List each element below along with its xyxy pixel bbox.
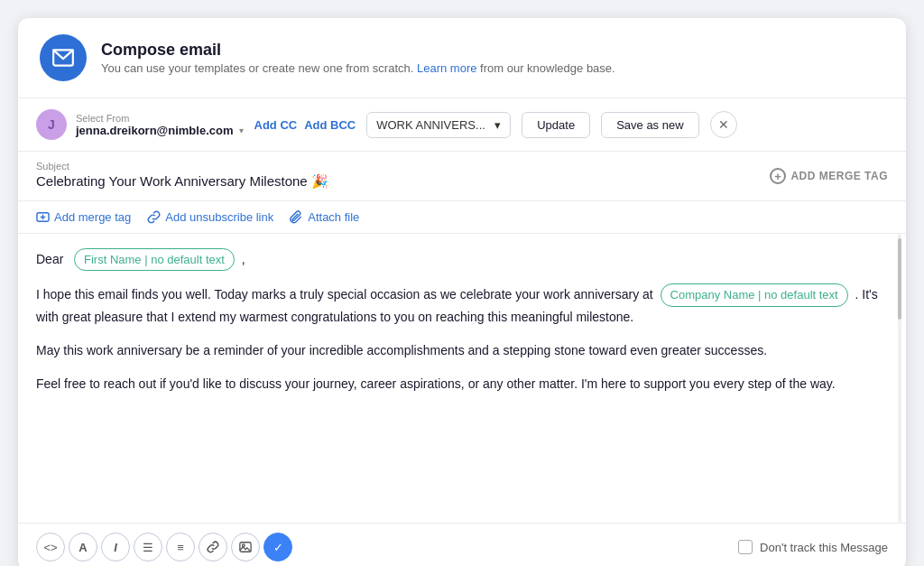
add-cc-link[interactable]: Add CC xyxy=(254,118,298,132)
scrollbar-track xyxy=(898,234,901,523)
image-tool-button[interactable] xyxy=(231,533,260,561)
toolbar-row: J Select From jenna.dreikorn@nimble.com … xyxy=(18,98,906,152)
first-name-tag[interactable]: First Name | no default text xyxy=(74,248,235,271)
add-merge-tag-link[interactable]: Add merge tag xyxy=(36,210,131,224)
save-as-new-button[interactable]: Save as new xyxy=(601,112,698,138)
sender-email-row: jenna.dreikorn@nimble.com ▾ xyxy=(76,124,244,137)
action-links-row: Add merge tag Add unsubscribe link Attac… xyxy=(18,201,906,234)
add-bcc-link[interactable]: Add BCC xyxy=(304,118,356,132)
company-name-tag[interactable]: Company Name | no default text xyxy=(661,283,848,306)
subject-row: Subject Celebrating Your Work Anniversar… xyxy=(18,152,906,201)
font-icon: A xyxy=(79,541,87,554)
email-body[interactable]: Dear First Name | no default text , I ho… xyxy=(18,234,906,523)
dont-track-checkbox[interactable] xyxy=(738,540,753,554)
link-tool-button[interactable] xyxy=(199,533,227,561)
link-tool-icon xyxy=(207,541,219,553)
add-unsubscribe-link[interactable]: Add unsubscribe link xyxy=(147,210,273,224)
greeting-line: Dear First Name | no default text , xyxy=(36,248,888,271)
template-dropdown[interactable]: WORK ANNIVERS... ▾ xyxy=(366,112,511,138)
merge-tag-icon xyxy=(36,210,50,224)
subject-value[interactable]: Celebrating Your Work Anniversary Milest… xyxy=(36,173,888,190)
modal-header: Compose email You can use your templates… xyxy=(18,18,906,98)
sender-email: jenna.dreikorn@nimble.com xyxy=(76,124,234,137)
svg-point-3 xyxy=(243,544,245,547)
page-title: Compose email xyxy=(101,41,615,60)
scrollbar-thumb xyxy=(898,238,901,320)
sender-label: Select From xyxy=(76,113,244,124)
email-icon xyxy=(40,34,87,81)
check-tool-button[interactable]: ✓ xyxy=(263,533,292,561)
compose-email-modal: Compose email You can use your templates… xyxy=(18,18,906,566)
add-merge-tag-button[interactable]: + ADD MERGE TAG xyxy=(770,168,888,184)
sender-info: Select From jenna.dreikorn@nimble.com ▾ xyxy=(76,113,244,137)
learn-more-link[interactable]: Learn more xyxy=(417,61,476,75)
image-tool-icon xyxy=(239,541,252,553)
dont-track-section[interactable]: Don't track this Message xyxy=(738,540,888,554)
sender-dropdown-arrow[interactable]: ▾ xyxy=(239,125,244,135)
font-tool-button[interactable]: A xyxy=(69,533,97,561)
code-icon: <> xyxy=(43,541,57,554)
sender-section: J Select From jenna.dreikorn@nimble.com … xyxy=(36,109,244,140)
scrollbar[interactable] xyxy=(897,234,902,523)
template-dropdown-arrow: ▾ xyxy=(494,118,501,132)
attach-icon xyxy=(290,210,303,224)
template-name: WORK ANNIVERS... xyxy=(376,118,487,132)
attach-file-link[interactable]: Attach file xyxy=(290,210,359,224)
link-icon xyxy=(147,210,161,224)
check-icon: ✓ xyxy=(273,541,283,554)
close-button[interactable]: ✕ xyxy=(710,111,737,138)
body-paragraph-1: I hope this email finds you well. Today … xyxy=(36,283,888,328)
add-merge-tag-label: ADD MERGE TAG xyxy=(790,170,888,182)
body-paragraph-2: May this work anniversary be a reminder … xyxy=(36,340,888,361)
dont-track-label: Don't track this Message xyxy=(760,541,888,554)
greeting-text: Dear xyxy=(36,252,63,266)
header-subtitle: You can use your templates or create new… xyxy=(101,61,615,75)
circle-plus-icon: + xyxy=(770,168,786,184)
align-tool-button[interactable]: ☰ xyxy=(134,533,162,561)
subject-label: Subject xyxy=(36,161,888,172)
code-tool-button[interactable]: <> xyxy=(36,533,65,561)
italic-icon: I xyxy=(114,541,117,554)
close-icon: ✕ xyxy=(718,117,729,132)
align-icon: ☰ xyxy=(143,541,153,554)
bottom-toolbar: <> A I ☰ ≡ ✓ xyxy=(18,523,906,566)
italic-tool-button[interactable]: I xyxy=(101,533,130,561)
list-icon: ≡ xyxy=(177,541,184,554)
list-tool-button[interactable]: ≡ xyxy=(166,533,195,561)
update-button[interactable]: Update xyxy=(522,112,590,138)
cc-bcc-links: Add CC Add BCC xyxy=(254,118,356,132)
body-paragraph-3: Feel free to reach out if you'd like to … xyxy=(36,374,888,394)
header-text-block: Compose email You can use your templates… xyxy=(101,41,615,75)
avatar: J xyxy=(36,109,67,140)
